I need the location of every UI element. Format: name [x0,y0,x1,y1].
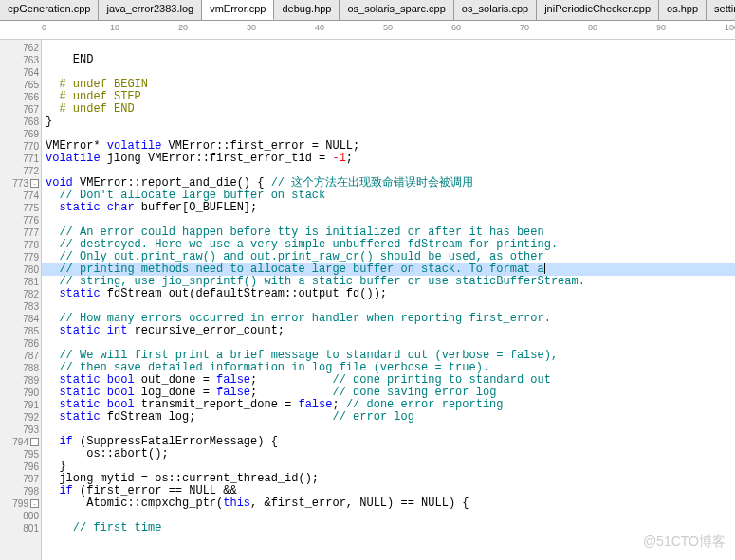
code-line[interactable]: static int recursive_error_count; [42,325,735,337]
line-number: 788 [0,362,39,374]
line-number: 785 [0,325,39,337]
tab-vmError-cpp[interactable]: vmError.cpp [202,0,274,20]
ruler-mark: 0 [42,23,46,32]
line-number: 798 [0,485,39,497]
code-line[interactable]: Atomic::cmpxchg_ptr(this, &first_error, … [42,497,735,510]
tab-os-hpp[interactable]: os.hpp [659,0,707,20]
tab-bar: epGeneration.cppjava_error2383.logvmErro… [0,0,735,21]
tab-epGeneration-cpp[interactable]: epGeneration.cpp [0,0,99,20]
code-line[interactable]: volatile jlong VMError::first_error_tid … [42,153,735,165]
fold-toggle-icon[interactable]: - [30,499,39,508]
ruler-mark: 60 [451,23,461,32]
line-number: 766 [0,91,39,103]
line-number: 765 [0,79,39,91]
line-number: 801 [0,522,39,534]
line-number: 787 [0,350,39,362]
line-number: 777 [0,226,39,239]
fold-toggle-icon[interactable]: - [30,438,39,446]
tab-java_error2383-log[interactable]: java_error2383.log [99,0,202,20]
line-number: 791 [0,399,39,411]
line-number: 796 [0,461,39,473]
ruler-mark: 50 [383,23,393,32]
text-cursor [544,263,545,274]
line-number: 799- [0,497,39,510]
line-number: 782 [0,288,39,300]
tab-settings-xml[interactable]: settings.xml [707,0,735,20]
ruler: 0102030405060708090100 [0,21,735,40]
ruler-mark: 90 [656,23,666,32]
line-number: 792 [0,411,39,424]
code-line[interactable]: static fdStream log; // error log [42,411,735,424]
watermark: @51CTO博客 [643,533,726,551]
line-number: 769 [0,128,39,140]
line-number: 786 [0,337,39,350]
line-number: 800 [0,510,39,522]
code-line[interactable]: static fdStream out(defaultStream::outpu… [42,288,735,300]
ruler-mark: 20 [178,23,188,32]
line-number: 775 [0,202,39,214]
ruler-mark: 10 [110,23,119,32]
code-area[interactable]: END # undef BEGIN # undef STEP # undef E… [42,40,735,560]
line-number: 764 [0,66,39,79]
line-number: 781 [0,276,39,288]
tab-debug-hpp[interactable]: debug.hpp [274,0,340,20]
editor: 762763764765766767768769770771772773-774… [0,40,735,560]
code-line[interactable]: } [42,116,735,128]
code-line[interactable]: END [42,54,735,66]
code-line[interactable]: # undef BEGIN [42,79,735,91]
line-number: 793 [0,424,39,436]
code-line[interactable]: // first time [42,522,735,534]
line-number: 768 [0,116,39,128]
tab-jniPeriodicChecker-cpp[interactable]: jniPeriodicChecker.cpp [537,0,659,20]
code-line[interactable]: # undef STEP [42,91,735,103]
line-number: 797 [0,473,39,485]
line-number: 767 [0,103,39,116]
line-number: 778 [0,239,39,251]
ruler-mark: 100 [725,23,735,32]
line-number: 795 [0,448,39,461]
line-number: 762 [0,42,39,54]
line-number: 774 [0,190,39,202]
ruler-mark: 80 [588,23,597,32]
code-line[interactable]: static char buffer[O_BUFLEN]; [42,202,735,214]
code-line[interactable]: os::abort(); [42,448,735,461]
fold-toggle-icon[interactable]: - [30,179,39,188]
tab-os_solaris_sparc-cpp[interactable]: os_solaris_sparc.cpp [340,0,453,20]
line-number: 779 [0,251,39,263]
line-number: 784 [0,313,39,325]
line-number: 776 [0,214,39,226]
ruler-mark: 30 [247,23,256,32]
line-number: 783 [0,300,39,313]
line-number: 763 [0,54,39,66]
line-gutter: 762763764765766767768769770771772773-774… [0,40,42,560]
line-number: 773- [0,177,39,190]
line-number: 770 [0,140,39,153]
line-number: 780 [0,263,39,276]
code-line[interactable] [42,42,735,54]
line-number: 794- [0,436,39,448]
code-line[interactable]: # undef END [42,103,735,116]
line-number: 771 [0,153,39,165]
line-number: 790 [0,387,39,399]
line-number: 772 [0,165,39,177]
line-number: 789 [0,374,39,387]
tab-os_solaris-cpp[interactable]: os_solaris.cpp [454,0,537,20]
ruler-mark: 70 [520,23,529,32]
ruler-mark: 40 [315,23,324,32]
